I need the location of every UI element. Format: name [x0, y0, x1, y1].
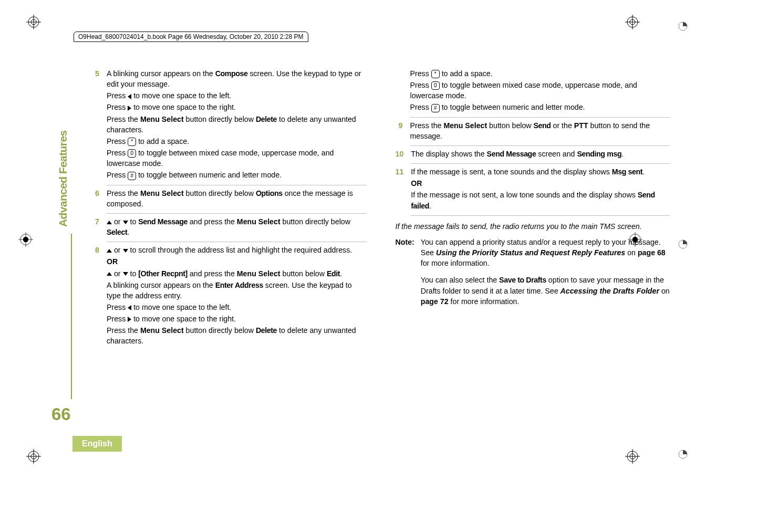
reg-mark-icon: [18, 232, 38, 252]
note-block: Note: You can append a priority status a…: [396, 237, 670, 313]
step-9: 9 Press the Menu Select button below Sen…: [396, 120, 670, 147]
step-8-cont: Press * to add a space. Press 0 to toggl…: [396, 68, 670, 119]
body-text: Press: [107, 171, 128, 179]
lcd-text: Compose: [215, 69, 248, 78]
body-text: button directly below: [184, 326, 256, 335]
step-number: 11: [396, 166, 404, 217]
lcd-text: Msg sent: [612, 168, 642, 176]
step-5: 5 A blinking cursor appears on the Compo…: [92, 68, 367, 186]
lcd-text: Select: [107, 228, 127, 236]
body-text: to: [128, 269, 139, 278]
down-arrow-icon: [123, 221, 128, 224]
body-text: Press: [107, 315, 128, 323]
lcd-text: Send Message: [487, 150, 536, 158]
up-arrow-icon: [107, 272, 112, 276]
or-text: OR: [107, 257, 118, 266]
cmyk-mark-icon: [678, 449, 688, 460]
xref-page: page 72: [421, 297, 449, 306]
key-star-icon: *: [128, 138, 136, 146]
body-text: .: [127, 228, 129, 236]
body-text: Press the: [410, 121, 444, 130]
step-number: 6: [92, 188, 99, 215]
body-text: button directly below: [184, 189, 256, 197]
body-text: Press the: [107, 326, 140, 335]
lcd-text: Sending msg: [577, 150, 621, 158]
body-text: to toggle between numeric and letter mod…: [440, 103, 585, 111]
up-arrow-icon: [107, 221, 112, 224]
up-arrow-icon: [107, 249, 112, 253]
body-text: and press the: [188, 217, 237, 226]
body-text: for more information.: [421, 259, 490, 267]
body-text: .: [429, 202, 431, 210]
running-head: O9Head_68007024014_b.book Page 66 Wednes…: [74, 32, 308, 42]
body-text: Press the: [107, 189, 140, 197]
step-number-blank: [396, 68, 403, 119]
section-label: Advanced Features: [57, 130, 69, 227]
step-number: 5: [92, 68, 99, 186]
page-number: 66: [51, 404, 71, 424]
key-hash-icon: #: [128, 172, 136, 180]
body-text: Press: [107, 103, 128, 111]
body-text: screen and: [536, 150, 577, 158]
lcd-text: Send: [534, 121, 551, 130]
body-text: to move one space to the right.: [131, 103, 236, 111]
ui-label: PTT: [574, 121, 588, 130]
or-text: OR: [411, 179, 422, 187]
ui-label: Menu Select: [140, 189, 184, 197]
xref-title: Using the Priority Status and Request Re…: [436, 248, 625, 257]
body-text: or the: [551, 121, 574, 130]
body-text: to move one space to the left.: [131, 303, 231, 311]
body-text: button directly below: [281, 217, 350, 226]
closing-text: If the message fails to send, the radio …: [396, 221, 670, 232]
side-rule: [71, 234, 72, 399]
key-zero-icon: 0: [431, 81, 440, 90]
ui-label: Menu Select: [140, 326, 184, 335]
body-text: The display shows the: [411, 150, 486, 158]
step-7: 7 or to Send Message and press the Menu …: [92, 216, 367, 243]
body-text: or: [112, 269, 123, 278]
xref-title: Accessing the Drafts Folder: [561, 287, 659, 295]
body-text: or: [112, 217, 123, 226]
down-arrow-icon: [123, 272, 128, 276]
column-right: Press * to add a space. Press 0 to toggl…: [396, 68, 670, 351]
body-text: A blinking cursor appears on the: [107, 281, 215, 289]
body-text: Press: [107, 137, 128, 145]
body-text: to toggle between numeric and letter mod…: [136, 171, 282, 179]
step-11: 11 If the message is sent, a tone sounds…: [396, 166, 670, 217]
reg-mark-icon: [26, 449, 41, 464]
reg-mark-icon: [625, 15, 640, 29]
step-number: 9: [396, 120, 403, 147]
body-text: to toggle between mixed case mode, upper…: [410, 81, 637, 100]
step-number: 8: [92, 245, 99, 349]
body-text: Press: [410, 81, 431, 89]
reg-mark-icon: [625, 449, 640, 464]
ui-label: Menu Select: [237, 217, 281, 226]
lcd-text: Save to Drafts: [499, 276, 546, 284]
body-text: .: [340, 269, 342, 278]
body-text: on: [625, 248, 638, 257]
body-text: Press: [107, 91, 128, 100]
body-text: Press: [410, 69, 431, 78]
document-page: O9Head_68007024014_b.book Page 66 Wednes…: [0, 0, 768, 532]
body-text: and press the: [188, 269, 237, 278]
body-text: A blinking cursor appears on the: [107, 69, 215, 78]
language-tab: English: [72, 436, 122, 452]
step-8: 8 or to scroll through the address list …: [92, 245, 367, 349]
cmyk-mark-icon: [678, 239, 688, 249]
body-text: Press: [107, 303, 128, 311]
body-text: on: [659, 287, 670, 295]
lcd-text: Edit: [327, 269, 340, 278]
body-text: Press the: [107, 115, 140, 123]
body-text: for more information.: [449, 297, 520, 306]
body-text: Press: [107, 149, 128, 157]
body-text: .: [621, 150, 624, 158]
ui-label: Menu Select: [237, 269, 281, 278]
body-text: You can also select the: [421, 276, 499, 284]
body-text: to toggle between mixed case mode, upper…: [107, 149, 334, 168]
lcd-text: Delete: [256, 115, 277, 123]
step-number: 7: [92, 216, 99, 243]
lcd-text: Delete: [256, 326, 277, 335]
body-text: or: [112, 246, 123, 254]
body-text: .: [642, 168, 645, 176]
xref-page: page 68: [638, 248, 666, 257]
